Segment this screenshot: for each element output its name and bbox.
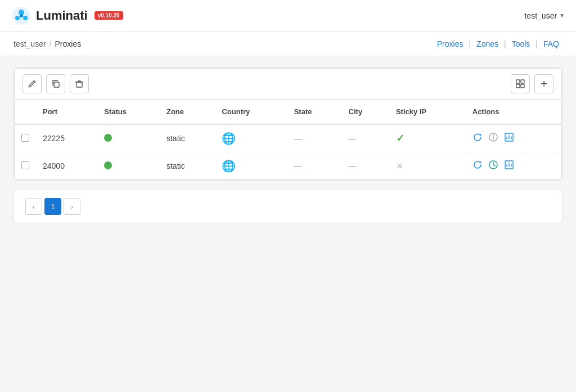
row2-city: — — [342, 152, 389, 180]
table-header-row: Port Status Zone Country State City Stic… — [15, 100, 561, 124]
user-menu[interactable]: test_user ▼ — [525, 11, 565, 20]
col-country: Country — [215, 100, 287, 124]
row2-actions — [466, 152, 561, 180]
svg-line-19 — [493, 165, 495, 166]
edit-button[interactable] — [22, 74, 42, 93]
row2-stats-icon[interactable] — [504, 160, 514, 173]
breadcrumb-bar: test_user / Proxies Proxies | Zones | To… — [0, 31, 576, 56]
row1-port: 22225 — [36, 124, 97, 152]
row2-status — [97, 152, 160, 180]
logo-area: Luminati v0.10.20 — [11, 6, 123, 26]
row1-actions — [466, 124, 561, 152]
svg-rect-6 — [76, 82, 82, 87]
row1-zone: static — [160, 124, 215, 152]
row1-stats-icon[interactable] — [504, 132, 514, 145]
row2-state: — — [287, 152, 342, 180]
nav-links: Proxies | Zones | Tools | FAQ — [434, 39, 562, 48]
col-state: State — [287, 100, 342, 124]
add-proxy-button[interactable]: + — [534, 74, 554, 93]
row2-port: 24000 — [36, 152, 97, 180]
col-zone: Zone — [160, 100, 215, 124]
table-row: 24000 static 🌐 — — ✕ — [15, 152, 561, 180]
trash-icon — [75, 79, 84, 88]
row2-checkbox-cell — [15, 152, 36, 180]
copy-button[interactable] — [46, 74, 65, 93]
row2-status-dot — [104, 161, 112, 169]
nav-zones[interactable]: Zones — [473, 39, 502, 48]
header: Luminati v0.10.20 test_user ▼ — [0, 0, 576, 31]
breadcrumb-page: Proxies — [55, 39, 81, 48]
svg-point-2 — [15, 16, 20, 20]
svg-rect-7 — [516, 80, 520, 83]
svg-rect-9 — [516, 84, 520, 88]
nav-proxies[interactable]: Proxies — [434, 39, 467, 48]
nav-faq[interactable]: FAQ — [540, 39, 562, 48]
svg-rect-5 — [54, 82, 59, 87]
toolbar-left — [22, 74, 89, 93]
nav-divider-1: | — [469, 39, 471, 48]
row1-check-icon: ✓ — [396, 133, 404, 144]
toolbar: + — [14, 68, 562, 100]
row1-stop-icon[interactable] — [488, 132, 498, 145]
row1-city: — — [342, 124, 389, 152]
row1-action-icons — [472, 132, 555, 145]
row2-zone: static — [160, 152, 215, 180]
logo-text: Luminati — [36, 8, 88, 23]
col-sticky-ip: Sticky IP — [389, 100, 466, 124]
grid-icon — [516, 79, 525, 88]
pagination-page-1[interactable]: 1 — [44, 198, 61, 215]
row1-checkbox[interactable] — [21, 134, 29, 142]
row2-clock-icon[interactable] — [488, 160, 498, 173]
proxies-section: + Port Status Zone Country State City St… — [14, 67, 562, 181]
row1-checkbox-cell — [15, 124, 36, 152]
svg-point-4 — [20, 14, 23, 17]
pagination-bar: ‹ 1 › — [14, 190, 562, 223]
row2-sticky-ip: ✕ — [389, 152, 466, 180]
row2-action-icons — [472, 160, 555, 173]
row2-globe-icon: 🌐 — [222, 160, 236, 172]
delete-button[interactable] — [70, 74, 89, 93]
row1-globe-icon: 🌐 — [222, 132, 236, 145]
grid-view-button[interactable] — [511, 74, 530, 93]
svg-rect-10 — [521, 84, 524, 88]
username-label: test_user — [525, 11, 557, 20]
main-content: + Port Status Zone Country State City St… — [0, 56, 576, 235]
nav-divider-3: | — [536, 39, 538, 48]
svg-point-3 — [23, 16, 28, 20]
row2-checkbox[interactable] — [21, 161, 29, 169]
col-actions: Actions — [466, 100, 561, 124]
col-city: City — [342, 100, 389, 124]
row1-status — [97, 124, 160, 152]
row1-state: — — [287, 124, 342, 152]
row1-status-dot — [104, 134, 112, 142]
svg-rect-8 — [521, 80, 524, 83]
row1-country: 🌐 — [215, 124, 287, 152]
nav-divider-2: | — [504, 39, 506, 48]
breadcrumb: test_user / Proxies — [14, 39, 81, 48]
version-badge: v0.10.20 — [94, 11, 123, 20]
pagination-prev[interactable]: ‹ — [25, 198, 42, 215]
toolbar-right: + — [511, 74, 554, 93]
proxies-table: Port Status Zone Country State City Stic… — [15, 100, 561, 179]
col-checkbox — [15, 100, 36, 124]
breadcrumb-user: test_user — [14, 39, 46, 48]
breadcrumb-separator: / — [50, 39, 52, 48]
col-status: Status — [97, 100, 160, 124]
nav-tools[interactable]: Tools — [508, 39, 534, 48]
copy-icon — [51, 79, 60, 88]
proxies-table-container: Port Status Zone Country State City Stic… — [14, 100, 562, 180]
row2-x-icon: ✕ — [396, 161, 403, 171]
row1-refresh-icon[interactable] — [472, 132, 483, 145]
col-port: Port — [36, 100, 97, 124]
row2-refresh-icon[interactable] — [472, 160, 483, 173]
table-row: 22225 static 🌐 — — ✓ — [15, 124, 561, 152]
pagination-next[interactable]: › — [64, 198, 80, 215]
row1-sticky-ip: ✓ — [389, 124, 466, 152]
edit-icon — [28, 79, 37, 88]
logo-icon — [11, 6, 32, 26]
row2-country: 🌐 — [215, 152, 287, 180]
user-menu-caret: ▼ — [559, 12, 565, 19]
